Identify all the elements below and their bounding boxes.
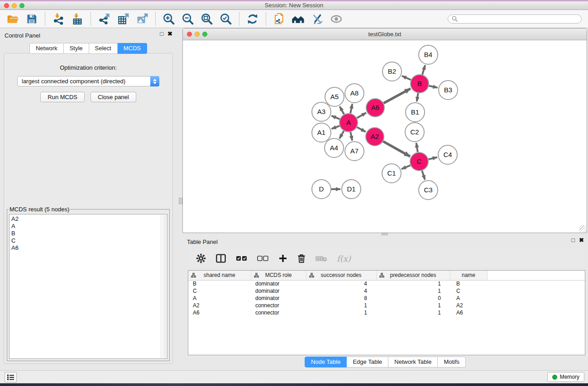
graph-node-A[interactable]: A: [339, 114, 358, 132]
close-window-button[interactable]: [4, 3, 9, 8]
network-canvas[interactable]: AA1A2A3A4A5A6A7A8BB1B2B3B4CC1C2C3C4DD1: [183, 40, 587, 233]
export-table-button[interactable]: [116, 12, 130, 26]
import-network-button[interactable]: [51, 12, 66, 26]
export-network-button[interactable]: [97, 12, 111, 26]
table-cell[interactable]: 1: [306, 302, 376, 309]
table-cell[interactable]: 1: [376, 287, 450, 295]
table-row[interactable]: A6connector11A6: [188, 309, 585, 316]
graph-node-C2[interactable]: C2: [405, 123, 424, 142]
graph-node-C1[interactable]: C1: [382, 164, 401, 183]
mcds-result-item[interactable]: A: [11, 223, 167, 230]
mcds-result-item[interactable]: C: [11, 237, 167, 244]
mcds-result-item[interactable]: A2: [11, 215, 167, 223]
graph-node-A7[interactable]: A7: [345, 142, 364, 161]
create-column-plus-icon[interactable]: [278, 254, 287, 263]
graph-edge-A-A6[interactable]: [357, 113, 366, 118]
table-tab-network-table[interactable]: Network Table: [388, 357, 438, 367]
graph-edge-C-C1[interactable]: [402, 165, 411, 169]
table-cell[interactable]: C: [188, 287, 251, 295]
export-image-button[interactable]: [135, 12, 149, 26]
search-box[interactable]: [448, 14, 582, 24]
memory-status-button[interactable]: Memory: [547, 372, 584, 382]
graph-node-A6[interactable]: A6: [366, 99, 384, 117]
zoom-out-button[interactable]: [181, 12, 195, 26]
graph-node-C4[interactable]: C4: [438, 145, 457, 164]
table-cell[interactable]: connector: [251, 302, 306, 309]
task-history-button[interactable]: [5, 372, 17, 382]
table-cell[interactable]: connector: [251, 309, 306, 316]
graph-edge-A-A7[interactable]: [350, 132, 352, 141]
graph-node-A3[interactable]: A3: [312, 102, 331, 121]
delete-column-trash-icon[interactable]: [297, 253, 306, 263]
graph-node-D1[interactable]: D1: [342, 180, 361, 199]
control-tab-mcds[interactable]: MCDS: [118, 43, 147, 54]
save-session-button[interactable]: [24, 12, 39, 26]
column-header-name[interactable]: name: [450, 271, 487, 280]
table-cell[interactable]: 4: [306, 280, 376, 287]
node-table[interactable]: shared nameMCDS rolesuccessor nodesprede…: [188, 270, 585, 355]
table-cell[interactable]: 1: [376, 302, 450, 309]
graph-edge-A-A8[interactable]: [350, 104, 352, 114]
control-tab-network[interactable]: Network: [29, 43, 64, 54]
select-all-columns-icon[interactable]: [236, 254, 248, 262]
table-cell[interactable]: A2: [450, 302, 487, 309]
graph-edge-C-C2[interactable]: [416, 143, 418, 152]
column-header-shared-name[interactable]: shared name: [188, 271, 251, 280]
table-tab-motifs[interactable]: Motifs: [438, 357, 466, 367]
unselect-all-columns-icon[interactable]: [257, 254, 269, 262]
graph-node-B3[interactable]: B3: [439, 81, 458, 100]
network-close-button[interactable]: [187, 32, 192, 37]
table-cell[interactable]: 4: [306, 287, 376, 295]
show-graphics-details-button[interactable]: [329, 12, 344, 26]
graph-edge-A-A2[interactable]: [357, 127, 366, 132]
graph-node-B2[interactable]: B2: [382, 62, 402, 81]
graph-node-B[interactable]: B: [411, 75, 429, 93]
network-graph[interactable]: AA1A2A3A4A5A6A7A8BB1B2B3B4CC1C2C3C4DD1: [183, 40, 587, 233]
control-tab-select[interactable]: Select: [89, 43, 118, 54]
table-tab-edge-table[interactable]: Edge Table: [347, 357, 388, 367]
table-tab-node-table[interactable]: Node Table: [305, 357, 347, 367]
control-tab-style[interactable]: Style: [64, 43, 89, 54]
table-cell[interactable]: 1: [376, 309, 450, 316]
table-row[interactable]: Adominator80A: [188, 295, 585, 302]
table-cell[interactable]: B: [188, 280, 251, 287]
graph-edge-C-C4[interactable]: [428, 157, 437, 160]
hide-annotations-button[interactable]: [310, 12, 325, 26]
column-header-mcds-role[interactable]: MCDS role: [251, 271, 306, 280]
graph-node-A2[interactable]: A2: [366, 128, 384, 146]
table-row[interactable]: A2connector11A2: [188, 302, 585, 309]
close-panel-icon[interactable]: ✖: [579, 237, 584, 243]
table-cell[interactable]: A6: [188, 309, 251, 316]
graph-edge-A-A4[interactable]: [339, 131, 344, 138]
graph-edge-B-B4[interactable]: [422, 65, 425, 75]
zoom-window-button[interactable]: [19, 3, 24, 8]
table-cell[interactable]: A: [188, 295, 251, 302]
mcds-result-list[interactable]: A2ABCA6: [9, 214, 167, 359]
graph-node-A5[interactable]: A5: [325, 87, 344, 106]
first-neighbors-button[interactable]: [291, 12, 306, 26]
graph-edge-C-C3[interactable]: [422, 171, 425, 180]
network-zoom-button[interactable]: [202, 32, 207, 37]
zoom-in-button[interactable]: [162, 12, 176, 26]
graph-edge-A2-C[interactable]: [383, 141, 410, 156]
table-row[interactable]: Cdominator41C: [188, 287, 585, 295]
graph-edge-A-A3[interactable]: [331, 116, 339, 119]
graph-node-B1[interactable]: B1: [406, 103, 425, 122]
table-cell[interactable]: dominator: [251, 280, 306, 287]
graph-node-D[interactable]: D: [312, 180, 331, 199]
table-cell[interactable]: C: [450, 287, 487, 295]
window-resize-grip[interactable]: [579, 225, 586, 232]
vertical-split-handle[interactable]: [179, 198, 182, 204]
network-minimize-button[interactable]: [195, 32, 200, 37]
graph-node-A1[interactable]: A1: [312, 123, 331, 142]
new-network-from-selection-button[interactable]: [272, 12, 287, 26]
zoom-fit-button[interactable]: [200, 12, 214, 26]
graph-edge-A-A1[interactable]: [332, 126, 340, 129]
close-panel-button[interactable]: Close panel: [91, 92, 136, 102]
graph-node-A4[interactable]: A4: [325, 138, 344, 157]
graph-edge-B-B1[interactable]: [417, 93, 418, 102]
mcds-list-scrollbar[interactable]: [161, 215, 167, 358]
table-cell[interactable]: A6: [450, 309, 487, 316]
refresh-view-button[interactable]: [245, 12, 260, 26]
table-cell[interactable]: 1: [306, 309, 376, 316]
